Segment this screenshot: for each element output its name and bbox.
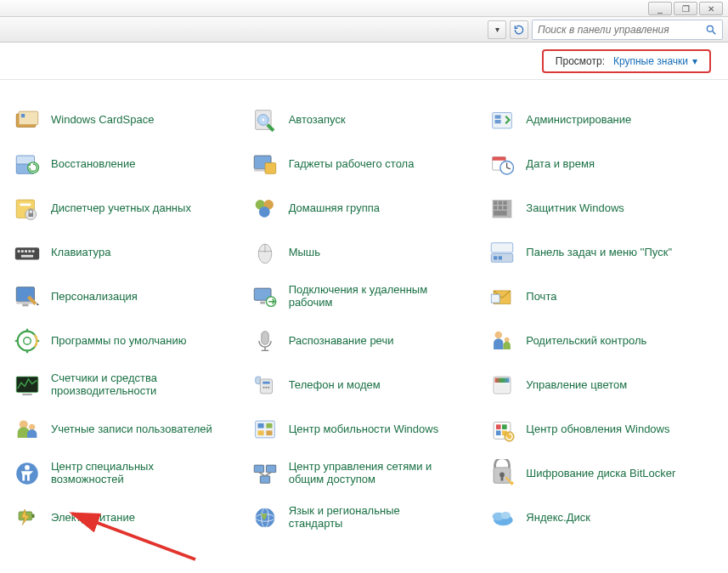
svg-point-69 <box>262 387 264 389</box>
control-panel-grid: Windows CardSpaceАвтозапускАдминистриров… <box>0 80 728 546</box>
svg-rect-48 <box>492 243 514 252</box>
parental-icon <box>487 326 517 356</box>
svg-rect-42 <box>32 250 35 252</box>
maximize-button[interactable]: ❐ <box>674 2 697 15</box>
cp-item-label: Гаджеты рабочего стола <box>289 158 415 171</box>
autoplay-icon <box>250 105 280 135</box>
cp-item-keyboard[interactable]: Клавиатура <box>12 236 241 269</box>
svg-rect-36 <box>494 211 507 216</box>
refresh-button[interactable] <box>510 20 528 39</box>
remote-icon <box>250 281 280 312</box>
title-bar: ⎯ ❐ ✕ <box>0 0 728 17</box>
phone-icon <box>250 370 280 400</box>
svg-rect-43 <box>21 255 33 258</box>
svg-point-70 <box>265 387 267 389</box>
svg-rect-81 <box>266 430 272 435</box>
svg-rect-37 <box>15 247 39 259</box>
svg-rect-74 <box>495 384 510 393</box>
cp-item-parental[interactable]: Родительский контроль <box>487 325 716 357</box>
svg-rect-23 <box>20 203 31 206</box>
cp-item-mail[interactable]: Почта <box>487 281 716 313</box>
svg-rect-57 <box>492 294 500 303</box>
mobility-icon <box>250 414 280 445</box>
cp-item-defprog[interactable]: Программы по умолчанию <box>12 325 241 357</box>
cp-item-datetime[interactable]: Дата и время <box>487 148 716 180</box>
search-input[interactable] <box>538 24 705 36</box>
cp-item-autoplay[interactable]: Автозапуск <box>250 104 479 136</box>
yadisk-icon <box>487 502 517 533</box>
cp-item-label: Домашняя группа <box>289 202 380 215</box>
svg-rect-30 <box>494 201 497 205</box>
ease-icon <box>12 458 42 489</box>
address-dropdown-button[interactable]: ▾ <box>488 20 506 39</box>
svg-rect-40 <box>25 250 27 252</box>
creds-icon <box>12 193 42 224</box>
search-box[interactable] <box>532 20 723 40</box>
svg-rect-34 <box>504 201 507 205</box>
cp-item-taskbar[interactable]: Панель задач и меню ''Пуск'' <box>487 236 716 269</box>
cp-item-defender[interactable]: Защитник Windows <box>487 192 716 224</box>
view-selector[interactable]: Крупные значки ▾ <box>613 55 697 67</box>
datetime-icon <box>487 149 517 179</box>
cp-item-network[interactable]: Центр управления сетями и общим доступом <box>250 457 479 490</box>
cp-item-color[interactable]: Управление цветом <box>487 369 716 401</box>
cp-item-label: Центр обновления Windows <box>526 423 669 436</box>
view-selector-highlight: Просмотр: Крупные значки ▾ <box>542 49 711 73</box>
cp-item-phone[interactable]: Телефон и модем <box>250 369 479 401</box>
homegroup-icon <box>250 193 280 224</box>
cp-item-creds[interactable]: Диспетчер учетных данных <box>12 192 241 224</box>
cp-item-mobility[interactable]: Центр мобильности Windows <box>250 413 479 445</box>
taskbar-icon <box>487 237 517 268</box>
svg-point-102 <box>501 512 511 519</box>
cp-item-power[interactable]: Электропитание <box>12 502 241 534</box>
perf-icon <box>12 370 42 400</box>
cp-item-recovery[interactable]: Восстановление <box>12 148 241 180</box>
cp-item-region[interactable]: Язык и региональные стандарты <box>250 502 479 534</box>
cp-item-label: Защитник Windows <box>526 202 624 215</box>
cp-item-label: Мышь <box>289 247 320 259</box>
cp-item-gadgets[interactable]: Гаджеты рабочего стола <box>250 148 479 180</box>
cp-item-label: Учетные записи пользователей <box>51 423 212 436</box>
update-icon <box>487 414 517 445</box>
cp-item-ease[interactable]: Центр специальных возможностей <box>12 457 241 490</box>
cp-item-remote[interactable]: Подключения к удаленным рабочим <box>250 281 479 313</box>
gadgets-icon <box>250 149 280 179</box>
keyboard-icon <box>12 237 42 268</box>
cp-item-admin[interactable]: Администрирование <box>487 104 716 136</box>
svg-rect-49 <box>494 256 497 259</box>
cp-item-label: Родительский контроль <box>526 335 646 348</box>
cp-item-bitlocker[interactable]: Шифрование диска BitLocker <box>487 457 716 490</box>
svg-rect-39 <box>21 250 24 252</box>
cp-item-speech[interactable]: Распознавание речи <box>250 325 479 357</box>
cp-item-label: Яндекс.Диск <box>526 512 590 525</box>
cp-item-label: Управление цветом <box>526 379 627 392</box>
cp-item-homegroup[interactable]: Домашняя группа <box>250 192 479 224</box>
cp-item-yadisk[interactable]: Яндекс.Диск <box>487 502 716 534</box>
svg-rect-96 <box>32 514 35 518</box>
close-button[interactable]: ✕ <box>699 2 723 15</box>
admin-icon <box>487 105 517 135</box>
cp-item-label: Администрирование <box>526 114 631 127</box>
cp-item-label: Диспетчер учетных данных <box>51 202 191 215</box>
svg-rect-80 <box>257 430 263 435</box>
cp-item-perf[interactable]: Счетчики и средства производительности <box>12 369 241 401</box>
cp-item-personalize[interactable]: Персонализация <box>12 281 241 313</box>
svg-point-28 <box>259 207 270 218</box>
cp-item-label: Телефон и модем <box>289 379 381 392</box>
svg-rect-87 <box>266 465 275 473</box>
cp-item-mouse[interactable]: Мышь <box>250 236 479 269</box>
cp-item-label: Электропитание <box>51 512 135 525</box>
svg-rect-66 <box>22 394 31 395</box>
svg-rect-18 <box>493 157 506 161</box>
cp-item-label: Клавиатура <box>51 247 110 259</box>
cp-item-label: Восстановление <box>51 158 135 171</box>
search-icon <box>705 24 717 36</box>
cp-item-users[interactable]: Учетные записи пользователей <box>12 413 241 445</box>
cp-item-update[interactable]: Центр обновления Windows <box>487 413 716 445</box>
minimize-button[interactable]: ⎯ <box>648 2 672 15</box>
cp-item-cardspace[interactable]: Windows CardSpace <box>12 104 241 136</box>
mail-icon <box>487 281 517 312</box>
recovery-icon <box>12 149 42 179</box>
svg-point-71 <box>268 387 269 389</box>
svg-rect-10 <box>495 120 501 123</box>
